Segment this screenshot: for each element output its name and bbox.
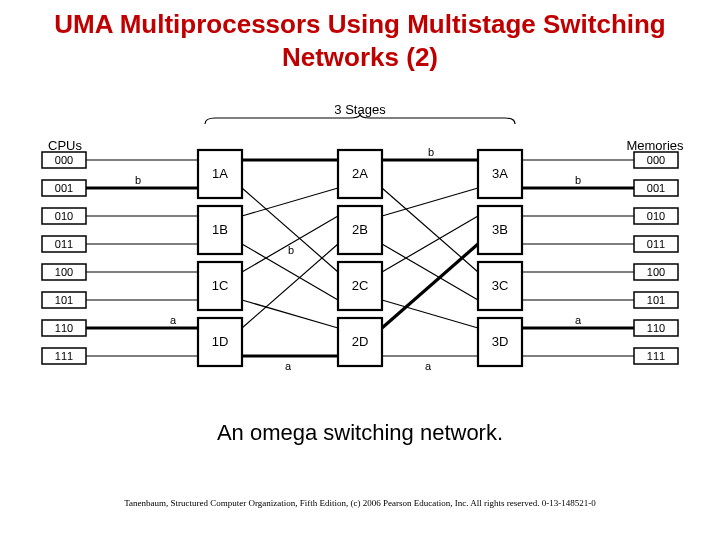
svg-line-66	[382, 188, 478, 216]
label-a-4: a	[575, 314, 582, 326]
memory-boxes: 000 001 010 011 100 101 110 111	[634, 152, 678, 364]
svg-text:000: 000	[647, 154, 665, 166]
svg-text:110: 110	[647, 322, 665, 334]
svg-text:101: 101	[647, 294, 665, 306]
label-a-2: a	[285, 360, 292, 372]
title-line2: Networks (2)	[282, 42, 438, 72]
svg-line-67	[382, 244, 478, 300]
svg-text:100: 100	[55, 266, 73, 278]
svg-text:3C: 3C	[492, 278, 509, 293]
svg-line-70	[382, 244, 478, 328]
svg-line-65	[382, 188, 478, 272]
page-title: UMA Multiprocessors Using Multistage Swi…	[0, 0, 720, 73]
svg-text:000: 000	[55, 154, 73, 166]
svg-line-53	[242, 300, 338, 328]
svg-text:100: 100	[647, 266, 665, 278]
svg-text:101: 101	[55, 294, 73, 306]
label-b-2: b	[288, 244, 294, 256]
s23-lines	[382, 160, 478, 356]
svg-text:001: 001	[55, 182, 73, 194]
svg-text:001: 001	[647, 182, 665, 194]
stage1-switches: 1A 1B 1C 1D	[198, 150, 242, 366]
svg-text:011: 011	[647, 238, 665, 250]
label-b-4: b	[575, 174, 581, 186]
svg-text:1C: 1C	[212, 278, 229, 293]
output-lines	[522, 160, 634, 356]
svg-text:3B: 3B	[492, 222, 508, 237]
label-a-1: a	[170, 314, 177, 326]
label-b-1: b	[135, 174, 141, 186]
svg-text:2B: 2B	[352, 222, 368, 237]
svg-text:111: 111	[55, 350, 73, 362]
svg-text:1B: 1B	[212, 222, 228, 237]
label-b-3: b	[428, 146, 434, 158]
svg-text:111: 111	[647, 350, 665, 362]
svg-text:2C: 2C	[352, 278, 369, 293]
svg-text:2A: 2A	[352, 166, 368, 181]
omega-diagram: 3 Stages CPUs Memories 000 001 010 011 1…	[30, 100, 690, 400]
footer-credit: Tanenbaum, Structured Computer Organizat…	[0, 498, 720, 508]
svg-line-49	[242, 188, 338, 272]
svg-text:010: 010	[55, 210, 73, 222]
stage3-switches: 3A 3B 3C 3D	[478, 150, 522, 366]
svg-text:2D: 2D	[352, 334, 369, 349]
svg-text:3D: 3D	[492, 334, 509, 349]
svg-text:010: 010	[647, 210, 665, 222]
stage2-switches: 2A 2B 2C 2D	[338, 150, 382, 366]
svg-text:1D: 1D	[212, 334, 229, 349]
title-line1: UMA Multiprocessors Using Multistage Swi…	[54, 9, 666, 39]
memories-header: Memories	[626, 138, 684, 153]
svg-text:110: 110	[55, 322, 73, 334]
svg-line-50	[242, 188, 338, 216]
cpu-boxes: 000 001 010 011 100 101 110 111	[42, 152, 86, 364]
svg-text:3A: 3A	[492, 166, 508, 181]
svg-text:011: 011	[55, 238, 73, 250]
s12-lines	[242, 160, 338, 356]
cpus-header: CPUs	[48, 138, 82, 153]
svg-line-68	[382, 216, 478, 272]
svg-line-54	[242, 244, 338, 328]
svg-text:1A: 1A	[212, 166, 228, 181]
input-lines	[86, 160, 198, 356]
label-a-3: a	[425, 360, 432, 372]
brace-icon	[205, 114, 515, 124]
caption: An omega switching network.	[0, 420, 720, 446]
